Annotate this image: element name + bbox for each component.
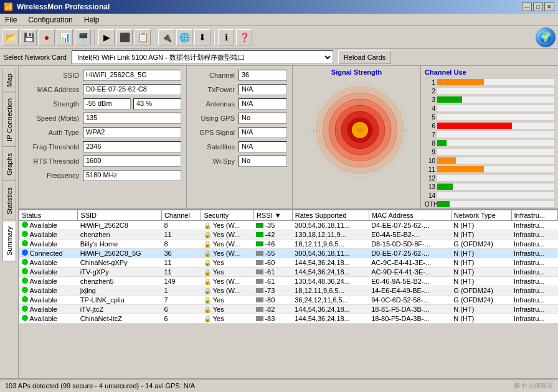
- antennas-label: Antennas: [192, 100, 239, 108]
- table-row[interactable]: Available ChinaNet-itcZ 6 🔒 Yes -83 144,…: [19, 314, 558, 324]
- strength-dbm: -55 dBm: [83, 98, 131, 110]
- toolbar-chart[interactable]: 📊: [57, 29, 73, 45]
- cell-rates: 300,54,36,18,11...: [292, 221, 369, 230]
- toolbar-red[interactable]: ●: [39, 29, 55, 45]
- channel-use-title: Channel Use: [425, 68, 554, 76]
- top-panel: SSID HiWiFi_2562C8_5G MAC Address D0-EE-…: [19, 66, 558, 209]
- table-row[interactable]: Available ChinaNet-gXPy 11 🔒 Yes -60 144…: [19, 258, 558, 268]
- cell-infra: Infrastru...: [511, 305, 558, 314]
- watermark-text: 值·什么值得买: [514, 381, 553, 390]
- table-row[interactable]: Connected HiWiFi_2562C8_5G 36 🔒 Yes (W..…: [19, 249, 558, 258]
- channel-bar-container: [437, 192, 554, 198]
- cell-rates: 144,54,36,24,18...: [292, 258, 369, 268]
- tab-map[interactable]: Map: [2, 68, 16, 92]
- menu-configuration[interactable]: Configuration: [26, 15, 75, 25]
- channel-bar-row: 10: [425, 157, 554, 164]
- cell-channel: 11: [161, 230, 201, 240]
- toolbar-globe[interactable]: 🌐: [176, 29, 192, 45]
- frag-value: 2346: [83, 141, 181, 152]
- table-row[interactable]: Available Billy's Home 8 🔒 Yes (W... -46…: [19, 240, 558, 249]
- col-infra[interactable]: Infrastru...: [511, 210, 558, 221]
- reload-button[interactable]: Reload Cards: [338, 50, 391, 64]
- table-wrapper[interactable]: Status SSID Channel Security RSSI ▼ Rate…: [19, 210, 558, 378]
- svg-text:—: —: [404, 128, 409, 133]
- netcard-select[interactable]: Intel(R) WiFi Link 5100 AGN - 数据包计划程序微型端…: [72, 50, 333, 64]
- menu-file[interactable]: File: [2, 15, 19, 25]
- svg-point-16: [357, 128, 362, 133]
- channel-bar-container: [437, 105, 554, 111]
- cell-security: 🔒 Yes: [201, 258, 254, 268]
- channel-bar-container: [437, 96, 554, 103]
- cell-type: G (OFDM24): [451, 296, 511, 305]
- cell-rates: 18,12,11,9,6,5...: [292, 240, 369, 249]
- txpower-value: N/A: [239, 84, 287, 95]
- toolbar-clipboard[interactable]: 📋: [135, 29, 151, 45]
- toolbar-sep1: [94, 30, 95, 45]
- col-channel[interactable]: Channel: [161, 210, 201, 221]
- table-row[interactable]: Available chenzhen5 149 🔒 Yes (W... -61 …: [19, 277, 558, 286]
- cell-infra: Infrastru...: [511, 277, 558, 286]
- cell-status: Available: [19, 296, 78, 305]
- cell-security: 🔒 Yes (W...: [201, 240, 254, 249]
- col-security[interactable]: Security: [201, 210, 254, 221]
- table-row[interactable]: Available iTV-jtcZ 6 🔒 Yes -82 144,54,36…: [19, 305, 558, 314]
- cell-status: Available: [19, 258, 78, 268]
- channel-bar-row: 13: [425, 183, 554, 190]
- toolbar-help[interactable]: ❓: [236, 29, 252, 45]
- col-mac[interactable]: MAC Address: [369, 210, 451, 221]
- table-row[interactable]: Available chenzhen 11 🔒 Yes (W... -42 13…: [19, 230, 558, 240]
- menu-help[interactable]: Help: [82, 15, 102, 25]
- channel-bar: [437, 123, 512, 129]
- toolbar-info[interactable]: ℹ: [218, 29, 234, 45]
- table-row[interactable]: Available jxjing 1 🔒 Yes (W... -73 18,12…: [19, 286, 558, 296]
- cell-rssi: -61: [253, 268, 292, 277]
- col-rates[interactable]: Rates Supported: [292, 210, 369, 221]
- toolbar-stop[interactable]: ⬛: [116, 29, 133, 45]
- cell-mac: D0-EE-07-25-62-...: [369, 249, 451, 258]
- tab-summary[interactable]: Summary: [2, 222, 16, 261]
- channel-num: 11: [425, 166, 437, 173]
- cell-infra: Infrastru...: [511, 314, 558, 324]
- cell-ssid: HiWiFi_2562C8_5G: [78, 249, 162, 258]
- table-row[interactable]: Available TP-LINK_cpliu 7 🔒 Yes -80 36,2…: [19, 296, 558, 305]
- toolbar-save[interactable]: 💾: [21, 29, 37, 45]
- channel-num: 14: [425, 192, 437, 199]
- close-button[interactable]: ✕: [544, 2, 554, 11]
- tab-statistics[interactable]: Statistics: [2, 182, 16, 220]
- cell-type: G (OFDM24): [451, 286, 511, 296]
- table-row[interactable]: Available iTV-gXPy 11 🔒 Yes -61 144,54,3…: [19, 268, 558, 277]
- status-text: 103 APs detected (99 secure - 4 unsecure…: [5, 382, 195, 390]
- cell-status: Connected: [19, 249, 78, 258]
- window-controls[interactable]: — □ ✕: [522, 2, 554, 11]
- channel-use-panel: Channel Use 1 2 3 4 5 6 7: [421, 66, 558, 208]
- channel-bar: [437, 201, 450, 207]
- toolbar-download[interactable]: ⬇: [194, 29, 210, 45]
- cell-status: Available: [19, 240, 78, 249]
- col-ssid[interactable]: SSID: [78, 210, 162, 221]
- wispy-label: Wi-Spy: [192, 157, 239, 165]
- table-row[interactable]: Available HiWiFi_2562C8 8 🔒 Yes (W... -3…: [19, 221, 558, 230]
- maximize-button[interactable]: □: [533, 2, 543, 11]
- cell-security: 🔒 Yes (W...: [201, 249, 254, 258]
- cell-type: N (HT): [451, 277, 511, 286]
- col-rssi[interactable]: RSSI ▼: [253, 210, 292, 221]
- minimize-button[interactable]: —: [522, 2, 532, 11]
- menu-bar: File Configuration Help: [0, 14, 558, 26]
- channel-bars: 1 2 3 4 5 6 7 8: [425, 78, 554, 208]
- channel-bar: [437, 184, 453, 190]
- cell-mac: 18-81-F5-DA-3B-...: [369, 305, 451, 314]
- channel-bar-row: 11: [425, 166, 554, 173]
- toolbar-play[interactable]: ▶: [98, 29, 115, 45]
- tab-graphs[interactable]: Graphs: [2, 148, 16, 181]
- toolbar-sep3: [214, 30, 215, 45]
- cell-rssi: -82: [253, 305, 292, 314]
- toolbar-monitor[interactable]: 🖥️: [75, 29, 91, 45]
- toolbar-open[interactable]: 📂: [2, 29, 19, 45]
- channel-bar-row: 2: [425, 87, 554, 95]
- col-status[interactable]: Status: [19, 210, 78, 221]
- tab-ip-connection[interactable]: IP Connection: [2, 93, 16, 147]
- cell-ssid: jxjing: [78, 286, 162, 296]
- col-type[interactable]: Network Type: [451, 210, 511, 221]
- toolbar-connect[interactable]: 🔌: [158, 29, 174, 45]
- gps-label: Using GPS: [192, 114, 239, 122]
